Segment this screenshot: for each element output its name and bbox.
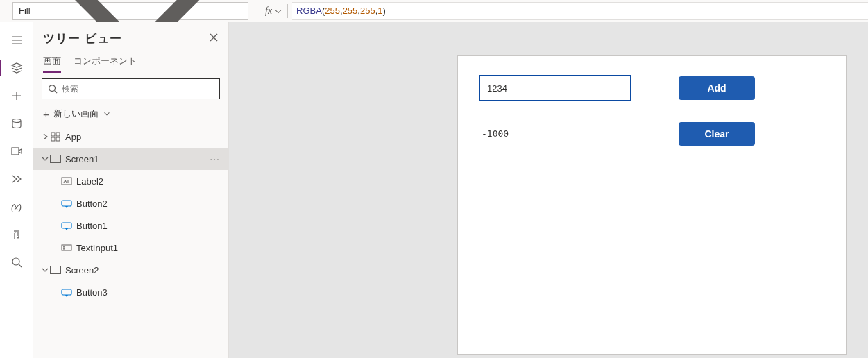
search-input[interactable] bbox=[42, 78, 220, 99]
search-field[interactable] bbox=[62, 84, 214, 94]
textinput-icon bbox=[61, 242, 72, 253]
tree-node-label: Screen2 bbox=[65, 265, 223, 275]
tree-node-button3[interactable]: Button3 bbox=[33, 281, 228, 303]
app-icon bbox=[50, 131, 61, 142]
svg-rect-7 bbox=[56, 137, 60, 141]
tab-screens[interactable]: 画面 bbox=[43, 55, 61, 73]
svg-rect-11 bbox=[62, 245, 71, 250]
new-screen-label: 新しい画面 bbox=[53, 108, 99, 120]
tree-tabs: 画面 コンポーネント bbox=[33, 51, 228, 73]
tree-node-label: Screen1 bbox=[65, 154, 210, 164]
tree-view-panel: ツリー ビュー 画面 コンポーネント + 新しい画面 App bbox=[33, 22, 229, 358]
canvas-label: -1000 bbox=[482, 128, 509, 139]
fx-icon: fx bbox=[265, 6, 272, 17]
tree-node-label: Button2 bbox=[76, 198, 223, 209]
formula-bar: Fill = fx RGBA(255,255,255,1) bbox=[0, 0, 868, 22]
button-label: Add bbox=[707, 83, 726, 94]
svg-point-2 bbox=[12, 258, 19, 265]
svg-point-3 bbox=[49, 85, 56, 92]
equals-sign: = bbox=[248, 6, 265, 16]
screen-icon bbox=[50, 266, 61, 274]
button-icon bbox=[61, 198, 72, 209]
flows-icon[interactable] bbox=[0, 165, 33, 193]
canvas-textinput-value: 1234 bbox=[487, 83, 507, 94]
tree-node-label: App bbox=[65, 132, 223, 142]
search-icon[interactable] bbox=[0, 248, 33, 276]
tree-view-icon[interactable] bbox=[0, 54, 33, 82]
insert-icon[interactable] bbox=[0, 82, 33, 110]
chevron-down-icon bbox=[103, 110, 111, 118]
button-icon bbox=[61, 220, 72, 231]
chevron-down-icon bbox=[273, 6, 283, 16]
tree-node-label2[interactable]: Label2 bbox=[33, 170, 228, 192]
tree-node-textinput1[interactable]: TextInput1 bbox=[33, 237, 228, 259]
new-screen-button[interactable]: + 新しい画面 bbox=[33, 105, 228, 126]
more-icon[interactable]: ··· bbox=[210, 153, 220, 164]
button-icon bbox=[61, 287, 72, 298]
plus-icon: + bbox=[43, 108, 49, 120]
tree-node-screen1[interactable]: Screen1 ··· bbox=[33, 148, 228, 170]
tree-node-label: Button3 bbox=[76, 287, 223, 298]
chevron-down-icon bbox=[40, 154, 50, 164]
app-canvas[interactable]: 1234 -1000 Add Clear bbox=[458, 56, 846, 354]
svg-rect-10 bbox=[62, 223, 71, 228]
screen-icon bbox=[50, 155, 61, 163]
tree-node-button2[interactable]: Button2 bbox=[33, 192, 228, 214]
tree-list: App Screen1 ··· Label2 Button2 Button1 bbox=[33, 126, 228, 358]
data-icon[interactable] bbox=[0, 110, 33, 137]
settings-icon[interactable] bbox=[0, 221, 33, 248]
tree-node-label: TextInput1 bbox=[76, 243, 223, 253]
canvas-clear-button[interactable]: Clear bbox=[679, 122, 755, 146]
left-rail: (x) bbox=[0, 22, 33, 358]
chevron-down-icon bbox=[40, 265, 50, 275]
tree-node-app[interactable]: App bbox=[33, 126, 228, 148]
svg-rect-9 bbox=[62, 201, 71, 206]
tree-node-screen2[interactable]: Screen2 bbox=[33, 259, 228, 281]
formula-input[interactable]: RGBA(255,255,255,1) bbox=[292, 2, 868, 20]
fx-label-box[interactable]: fx bbox=[265, 2, 283, 20]
svg-rect-8 bbox=[62, 178, 71, 185]
hamburger-icon[interactable] bbox=[0, 26, 33, 54]
svg-rect-6 bbox=[51, 137, 55, 141]
property-selector[interactable]: Fill bbox=[12, 2, 248, 20]
svg-rect-4 bbox=[51, 133, 55, 136]
tree-node-button1[interactable]: Button1 bbox=[33, 214, 228, 237]
search-icon bbox=[48, 84, 58, 94]
variables-icon[interactable]: (x) bbox=[0, 193, 33, 221]
svg-rect-5 bbox=[56, 133, 60, 136]
svg-rect-1 bbox=[12, 148, 19, 155]
tree-node-label: Label2 bbox=[76, 176, 223, 187]
property-selector-value: Fill bbox=[19, 6, 31, 16]
formula-fn: RGBA bbox=[296, 6, 322, 16]
tree-view-title: ツリー ビュー bbox=[43, 31, 122, 46]
label-icon bbox=[61, 176, 72, 187]
close-icon[interactable] bbox=[209, 33, 219, 45]
separator bbox=[287, 4, 288, 18]
media-icon[interactable] bbox=[0, 137, 33, 165]
svg-rect-12 bbox=[62, 289, 71, 295]
canvas-area[interactable]: 1234 -1000 Add Clear bbox=[229, 22, 868, 358]
chevron-right-icon bbox=[40, 132, 50, 142]
svg-point-0 bbox=[12, 119, 21, 123]
tab-components[interactable]: コンポーネント bbox=[74, 55, 137, 73]
canvas-textinput[interactable]: 1234 bbox=[479, 75, 631, 101]
canvas-add-button[interactable]: Add bbox=[679, 76, 755, 100]
button-label: Clear bbox=[704, 128, 729, 139]
tree-node-label: Button1 bbox=[76, 221, 223, 231]
